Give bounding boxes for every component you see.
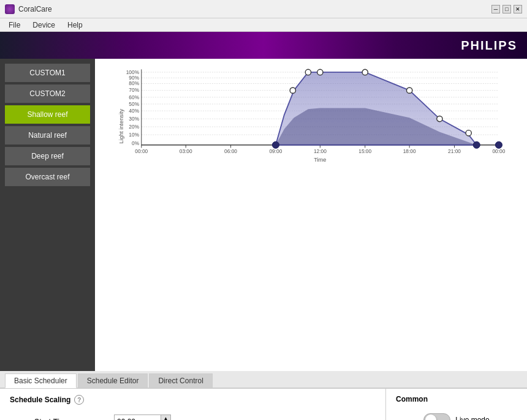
start-time-input-wrap: ▲ ▼ [114,414,171,420]
svg-text:Time: Time [314,157,326,163]
svg-text:00:00: 00:00 [492,148,505,154]
control-point-midnight[interactable] [495,141,502,148]
start-time-input[interactable] [115,415,161,420]
svg-text:30%: 30% [129,116,139,122]
svg-text:15:00: 15:00 [358,148,371,154]
menubar: File Device Help [0,18,527,32]
svg-text:Light intensity: Light intensity [118,108,124,143]
start-time-row: Start Time ▲ ▼ [34,414,376,420]
svg-text:10%: 10% [129,132,139,138]
window-controls: ─ □ ✕ [491,5,522,13]
titlebar: CoralCare ─ □ ✕ [0,0,527,18]
schedule-scaling-title: Schedule Scaling ? [10,395,376,405]
svg-text:09:00: 09:00 [269,148,282,154]
tab-direct-control[interactable]: Direct Control [149,373,212,388]
live-mode-toggle[interactable] [423,413,450,420]
common-panel: Common Live mode Run demo ? Acclimatizat… [386,389,527,420]
start-time-up[interactable]: ▲ [161,415,170,420]
sidebar: CUSTOM1 CUSTOM2 Shallow reef Natural ree… [0,59,95,371]
svg-text:60%: 60% [129,94,139,100]
sidebar-btn-natural-reef[interactable]: Natural reef [5,126,90,144]
schedule-scaling-help-icon[interactable]: ? [74,395,84,405]
start-time-spinners: ▲ ▼ [161,415,170,420]
app-icon [5,4,15,14]
live-mode-row: Live mode [396,413,517,420]
svg-text:40%: 40% [129,108,139,114]
sidebar-btn-shallow-reef[interactable]: Shallow reef [5,105,90,124]
live-mode-label: Live mode [455,416,489,420]
menu-file[interactable]: File [2,20,26,31]
app-title: CoralCare [18,5,491,13]
maximize-button[interactable]: □ [502,5,511,13]
brandbar: PHILIPS [0,32,527,59]
control-point-start[interactable] [272,141,279,148]
svg-text:80%: 80% [129,80,139,86]
tab-schedule-editor[interactable]: Schedule Editor [78,373,148,388]
control-point[interactable] [437,116,442,121]
control-point[interactable] [466,130,471,136]
svg-text:03:00: 03:00 [180,148,192,154]
sidebar-btn-overcast-reef[interactable]: Overcast reef [5,168,90,186]
control-point[interactable] [317,69,323,75]
chart-area: Light intensity 100% 90% 80% 70% 60% 50%… [95,59,527,371]
sidebar-btn-deep-reef[interactable]: Deep reef [5,147,90,165]
tabs-bar: Basic Scheduler Schedule Editor Direct C… [0,371,527,388]
toggle-knob [425,414,436,420]
control-point[interactable] [362,69,368,75]
sidebar-btn-custom2[interactable]: CUSTOM2 [5,84,90,103]
control-point[interactable] [290,88,295,93]
control-point[interactable] [407,88,412,93]
tab-basic-scheduler[interactable]: Basic Scheduler [5,373,77,388]
menu-device[interactable]: Device [26,20,61,31]
svg-text:00:00: 00:00 [135,148,148,154]
common-title: Common [396,395,517,403]
menu-help[interactable]: Help [61,20,89,31]
svg-text:21:00: 21:00 [448,148,461,154]
light-intensity-chart: Light intensity 100% 90% 80% 70% 60% 50%… [105,64,517,183]
close-button[interactable]: ✕ [514,5,522,13]
control-point-end[interactable] [473,141,480,148]
chart-container: Light intensity 100% 90% 80% 70% 60% 50%… [105,64,517,183]
control-point[interactable] [305,69,311,75]
svg-text:06:00: 06:00 [224,148,237,154]
start-time-label: Start Time [34,418,114,420]
svg-text:20%: 20% [129,124,139,130]
main-content: CUSTOM1 CUSTOM2 Shallow reef Natural ree… [0,59,527,371]
svg-text:50%: 50% [129,101,139,107]
schedule-scaling-panel: Schedule Scaling ? Start Time ▲ ▼ End Ti… [0,389,386,420]
sidebar-btn-custom1[interactable]: CUSTOM1 [5,64,90,82]
svg-text:18:00: 18:00 [403,148,416,154]
svg-text:0%: 0% [132,140,140,146]
minimize-button[interactable]: ─ [491,5,500,13]
bottom-panel: Schedule Scaling ? Start Time ▲ ▼ End Ti… [0,388,527,420]
svg-text:12:00: 12:00 [314,148,327,154]
philips-logo: PHILIPS [461,39,517,53]
svg-text:70%: 70% [129,87,139,93]
